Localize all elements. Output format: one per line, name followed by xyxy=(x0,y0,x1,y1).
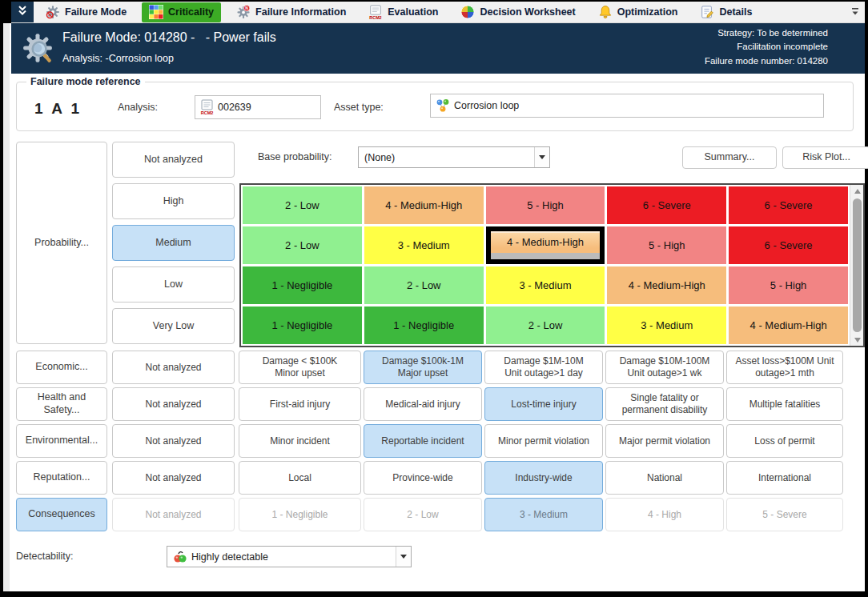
consequence-option-2-low[interactable]: 2 - Low xyxy=(364,498,482,531)
probability-option-not-analyzed[interactable]: Not analyzed xyxy=(112,142,235,178)
risk-cell-3-medium[interactable]: 3 - Medium xyxy=(607,307,726,344)
risk-cell-6-severe[interactable]: 6 - Severe xyxy=(729,186,848,224)
risk-cell-1-negligible[interactable]: 1 - Negligible xyxy=(243,307,362,344)
analysis-label: Analysis: xyxy=(118,102,158,113)
consequence-option-medical-aid-injury[interactable]: Medical-aid injury xyxy=(364,387,482,421)
consequence-option-national[interactable]: National xyxy=(605,461,724,495)
status-summary: Strategy: To be determined Facilitation … xyxy=(705,26,828,68)
consequence-option-lost-time-injury[interactable]: Lost-time injury xyxy=(484,387,603,421)
consequence-option-single-fatality-or-permanent-disability[interactable]: Single fatality or permanent disability xyxy=(605,387,724,421)
consequence-option-not-analyzed[interactable]: Not analyzed xyxy=(112,351,235,384)
probability-block: Probability... Not analyzedHighMediumLow… xyxy=(16,142,235,344)
matrix-scrollbar[interactable] xyxy=(850,185,863,346)
consequence-option-asset-loss-100m-unit-outage-1-mth[interactable]: Asset loss>$100M Unit outage>1 mth xyxy=(726,351,843,384)
consequence-option-damage-10m-100m-unit-outage-1-wk[interactable]: Damage $10M-100M Unit outage>1 wk xyxy=(605,351,724,384)
risk-cell-5-high[interactable]: 5 - High xyxy=(729,266,848,304)
consequence-option-industry-wide[interactable]: Industry-wide xyxy=(484,461,603,495)
risk-cell-4-medium-high[interactable]: 4 - Medium-High xyxy=(607,266,726,304)
scrollbar-down-button[interactable] xyxy=(850,334,864,346)
risk-cell-4-medium-high[interactable]: 4 - Medium-High xyxy=(486,226,605,264)
risk-cell-5-high[interactable]: 5 - High xyxy=(486,186,605,224)
base-probability-value: (None) xyxy=(359,152,534,163)
consequence-option-multiple-fatalities[interactable]: Multiple fatalities xyxy=(726,387,843,421)
consequence-option-5-severe[interactable]: 5 - Severe xyxy=(726,498,843,531)
probability-option-medium[interactable]: Medium xyxy=(112,225,235,261)
dropdown-arrow-button[interactable] xyxy=(534,147,549,167)
summary-button[interactable]: Summary... xyxy=(682,146,777,169)
scrollbar-thumb[interactable] xyxy=(853,198,862,332)
consequence-option-1-negligible[interactable]: 1 - Negligible xyxy=(239,498,361,531)
risk-cell-2-low[interactable]: 2 - Low xyxy=(243,226,362,264)
consequence-option-local[interactable]: Local xyxy=(239,461,361,495)
toolbar-item-optimization[interactable]: Optimization xyxy=(591,2,685,22)
asset-type-field[interactable]: Corrosion loop xyxy=(430,94,824,118)
consequence-option-major-permit-violation[interactable]: Major permit violation xyxy=(605,424,724,458)
toolbar-item-details[interactable]: Details xyxy=(693,2,759,22)
failure-mode-icon xyxy=(46,5,60,19)
risk-cell-4-medium-high[interactable]: 4 - Medium-High xyxy=(729,307,848,344)
risk-cell-5-high[interactable]: 5 - High xyxy=(607,226,726,264)
consequence-category-health-and-safety[interactable]: Health and Safety... xyxy=(16,387,107,421)
scrollbar-up-button[interactable] xyxy=(850,185,864,197)
consequence-option-4-high[interactable]: 4 - High xyxy=(605,498,724,531)
detectability-dropdown[interactable]: Highly detectable xyxy=(167,546,412,567)
probability-button[interactable]: Probability... xyxy=(16,142,107,344)
risk-cell-1-negligible[interactable]: 1 - Negligible xyxy=(364,307,484,344)
toolbar-item-evaluation[interactable]: RCM2Evaluation xyxy=(361,2,445,22)
consequence-category-consequences[interactable]: Consequences xyxy=(16,498,107,531)
toolbar-item-criticality[interactable]: Criticality xyxy=(142,2,221,22)
detectability-label: Detectability: xyxy=(16,551,74,562)
consequence-option-damage-100k-1m-major-upset[interactable]: Damage $100k-1M Major upset xyxy=(364,351,482,384)
consequence-option-not-analyzed[interactable]: Not analyzed xyxy=(112,461,235,495)
risk-cell-3-medium[interactable]: 3 - Medium xyxy=(364,226,484,264)
risk-matrix-panel: 2 - Low4 - Medium-High5 - High6 - Severe… xyxy=(239,183,865,347)
consequence-option-minor-incident[interactable]: Minor incident xyxy=(239,424,361,458)
consequence-option-loss-of-permit[interactable]: Loss of permit xyxy=(726,424,843,458)
risk-cell-3-medium[interactable]: 3 - Medium xyxy=(486,266,605,304)
toolbar-item-label: Decision Worksheet xyxy=(480,6,575,18)
risk-cell-6-severe[interactable]: 6 - Severe xyxy=(607,186,726,224)
consequence-category-reputation[interactable]: Reputation... xyxy=(16,461,107,495)
risk-cell-6-severe[interactable]: 6 - Severe xyxy=(729,226,848,264)
probability-option-very-low[interactable]: Very Low xyxy=(112,308,235,344)
toolbar-item-label: Failure Information xyxy=(255,6,346,18)
toolbar-items: Failure ModeCriticalityNFailure Informat… xyxy=(34,2,759,22)
consequence-option-province-wide[interactable]: Province-wide xyxy=(364,461,482,495)
toolbar-overflow-button[interactable] xyxy=(850,6,861,18)
consequence-option-3-medium[interactable]: 3 - Medium xyxy=(484,498,603,531)
probability-option-low[interactable]: Low xyxy=(112,266,235,303)
asset-type-label: Asset type: xyxy=(334,102,384,113)
consequence-option-first-aid-injury[interactable]: First-aid injury xyxy=(239,387,361,421)
consequence-option-minor-permit-violation[interactable]: Minor permit violation xyxy=(484,424,603,458)
probability-option-high[interactable]: High xyxy=(112,183,235,219)
dropdown-arrow-button[interactable] xyxy=(396,547,411,567)
page-subtitle: Analysis: -Corrosion loop xyxy=(62,53,174,64)
risk-cell-2-low[interactable]: 2 - Low xyxy=(364,266,484,304)
consequence-category-economic[interactable]: Economic... xyxy=(16,351,107,384)
risk-cell-2-low[interactable]: 2 - Low xyxy=(486,307,605,344)
consequence-option-damage-100k-minor-upset[interactable]: Damage < $100K Minor upset xyxy=(239,351,361,384)
analysis-field[interactable]: RCM2 002639 xyxy=(195,95,321,119)
risk-cell-4-medium-high[interactable]: 4 - Medium-High xyxy=(364,186,484,224)
toolbar-collapse-button[interactable] xyxy=(11,2,34,22)
toolbar-item-failure-mode[interactable]: Failure Mode xyxy=(38,2,134,22)
consequence-category-environmental[interactable]: Environmental... xyxy=(16,424,107,458)
consequence-option-damage-1m-10m-unit-outage-1-day[interactable]: Damage $1M-10M Unit outage>1 day xyxy=(484,351,603,384)
toolbar-item-decision-worksheet[interactable]: Decision Worksheet xyxy=(453,2,582,22)
rcm2-document-icon: RCM2 xyxy=(200,99,214,115)
consequence-option-reportable-incident[interactable]: Reportable incident xyxy=(364,424,482,458)
consequence-option-not-analyzed[interactable]: Not analyzed xyxy=(112,498,235,531)
collapsed-side-panel[interactable] xyxy=(3,23,11,591)
consequence-option-international[interactable]: International xyxy=(726,461,843,495)
asset-type-value: Corrosion loop xyxy=(454,100,519,111)
status-line-failure-mode-number: Failure mode number: 014280 xyxy=(705,54,828,68)
consequence-option-not-analyzed[interactable]: Not analyzed xyxy=(112,424,235,458)
decision-worksheet-icon xyxy=(460,5,475,19)
consequence-option-not-analyzed[interactable]: Not analyzed xyxy=(112,387,235,421)
risk-cell-1-negligible[interactable]: 1 - Negligible xyxy=(243,266,362,304)
risk-plot-button[interactable]: Risk Plot... xyxy=(782,146,868,169)
toolbar-item-failure-information[interactable]: NFailure Information xyxy=(229,2,353,22)
base-probability-dropdown[interactable]: (None) xyxy=(358,146,550,168)
risk-cell-2-low[interactable]: 2 - Low xyxy=(243,186,362,224)
triangle-up-icon xyxy=(854,189,861,194)
